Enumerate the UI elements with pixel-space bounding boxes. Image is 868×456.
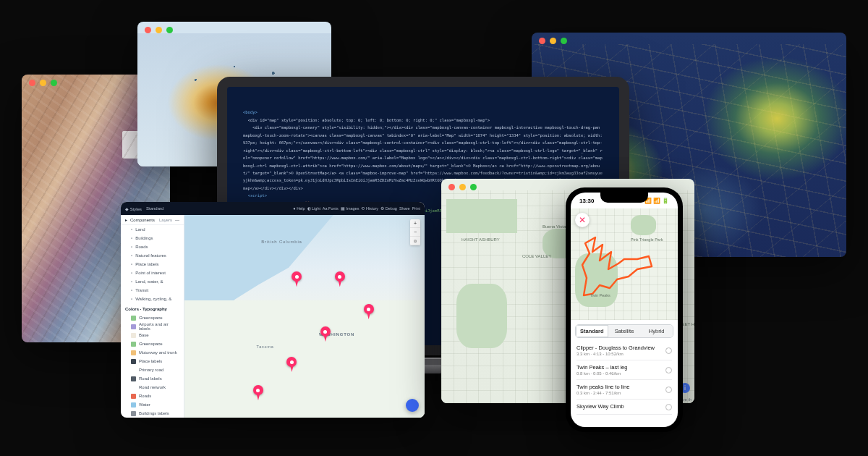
- segment-satellite[interactable]: Satellite: [608, 325, 641, 337]
- map-style-segmented[interactable]: Standard Satellite Hybrid: [575, 324, 673, 338]
- color-item[interactable]: Roads: [121, 392, 184, 400]
- route-row[interactable]: Skyview Way Climb: [576, 400, 672, 415]
- component-item[interactable]: ▫ Roads: [121, 242, 184, 251]
- colors-section[interactable]: Colors · Typography: [121, 305, 184, 313]
- route-row[interactable]: Twin peaks line to line0.3 km · 2:44 - 7…: [576, 380, 672, 400]
- color-item[interactable]: Road network: [121, 383, 184, 392]
- studio-map-canvas[interactable]: WASHINGTON British Columbia Tacoma +−⌾: [184, 215, 425, 418]
- status-indicators: 📶 📶 🔋: [644, 198, 669, 204]
- window-traffic-lights: [29, 80, 57, 86]
- phone-map[interactable]: ✕ Twin Peaks Pink Triangle Park: [571, 208, 678, 320]
- color-item[interactable]: Airports and air labels: [121, 322, 184, 331]
- studio-topbar: ◆ Styles Standard ● Help ◐ Light Aa Font…: [121, 202, 425, 215]
- component-item[interactable]: ▫ Transit: [121, 286, 184, 295]
- color-item[interactable]: Water: [121, 400, 184, 409]
- component-item[interactable]: ▫ Natural features: [121, 251, 184, 260]
- route-line: [571, 208, 678, 320]
- route-row[interactable]: Clipper - Douglass to Grandview3.3 km · …: [576, 341, 672, 360]
- color-item[interactable]: Buildings labels: [121, 409, 184, 418]
- component-item[interactable]: ▫ Point of interest: [121, 269, 184, 277]
- topbar-actions[interactable]: ● Help ◐ Light Aa Fonts ▦ Images ⟲ Histo…: [293, 206, 420, 211]
- component-item[interactable]: ▫ Land: [121, 225, 184, 234]
- status-time: 13:30: [579, 198, 594, 204]
- color-item[interactable]: Primary road: [121, 366, 184, 374]
- segment-hybrid[interactable]: Hybrid: [640, 325, 673, 337]
- style-name: Standard: [146, 206, 163, 211]
- color-item[interactable]: Road labels: [121, 374, 184, 383]
- color-list: GreenspaceAirports and air labelsBaseGre…: [121, 313, 184, 418]
- color-item[interactable]: Motorway and trunk: [121, 348, 184, 357]
- component-list: ▫ Land ▫ Buildings ▫ Roads ▫ Natural fea…: [121, 225, 184, 303]
- studio-fab[interactable]: [406, 399, 419, 412]
- component-item[interactable]: ▫ Buildings: [121, 234, 184, 242]
- route-list: Clipper - Douglass to Grandview3.3 km · …: [571, 341, 678, 415]
- component-item[interactable]: ▫ Place labels: [121, 260, 184, 269]
- segment-standard[interactable]: Standard: [576, 325, 608, 337]
- color-item[interactable]: Greenspace: [121, 339, 184, 348]
- route-row[interactable]: Twin Peaks – last leg0.8 km · 0:05 - 0:4…: [576, 360, 672, 380]
- color-item[interactable]: Place labels: [121, 357, 184, 366]
- color-item[interactable]: Base: [121, 331, 184, 339]
- studio-sidebar: ▸ ComponentsLayers ⋯ ▫ Land ▫ Buildings …: [121, 215, 184, 418]
- component-item[interactable]: ▫ Land, water, &: [121, 277, 184, 286]
- components-tab[interactable]: ▸ ComponentsLayers ⋯: [121, 215, 184, 225]
- component-item[interactable]: ▫ Walking, cycling, &: [121, 295, 184, 303]
- phone-device: 13:30 📶 📶 🔋 ✕ Twin Peaks Pink Triangle P…: [566, 187, 683, 432]
- zoom-controls[interactable]: +−⌾: [410, 219, 420, 245]
- mapbox-studio-window: ◆ Styles Standard ● Help ◐ Light Aa Font…: [121, 202, 425, 418]
- styles-link[interactable]: ◆ Styles: [125, 206, 142, 211]
- color-item[interactable]: Greenspace: [121, 313, 184, 322]
